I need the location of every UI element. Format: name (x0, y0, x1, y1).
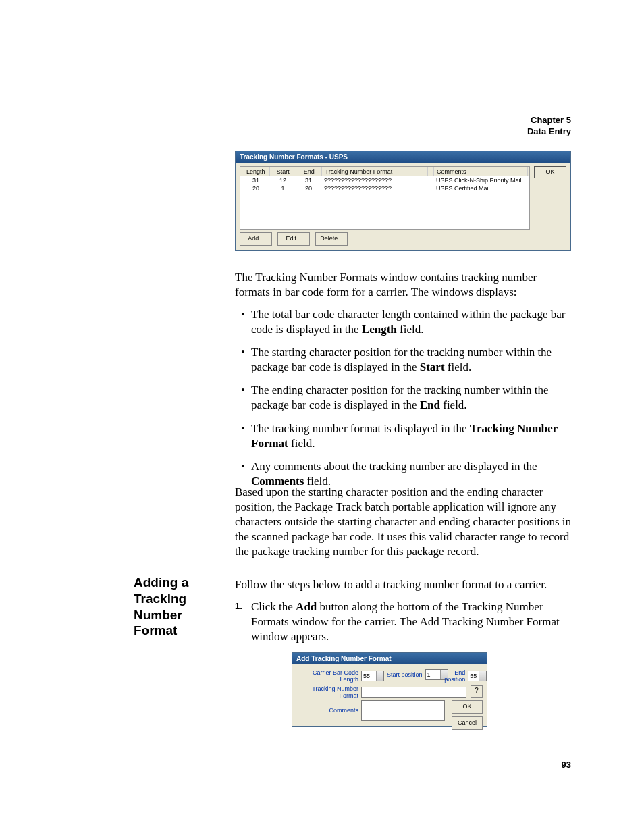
bullet-icon: • (235, 307, 251, 337)
cell-comments: USPS Certified Mail (433, 184, 528, 192)
dialog-cancel-button[interactable]: Cancel (452, 716, 483, 730)
list-item: • The starting character position for th… (235, 345, 571, 375)
explanation-paragraph: Based upon the starting character positi… (235, 485, 571, 559)
comments-label: Comments (296, 707, 358, 714)
add-tracking-format-window: Add Tracking Number Format Carrier Bar C… (292, 652, 487, 727)
delete-button[interactable]: Delete... (315, 232, 348, 246)
cell-format: ???????????????????? (321, 184, 428, 192)
cell-length: 20 (242, 184, 270, 192)
page-number: 93 (562, 760, 571, 770)
dialog-title: Add Tracking Number Format (292, 653, 487, 664)
edit-button[interactable]: Edit... (277, 232, 310, 246)
dialog-ok-button[interactable]: OK (452, 700, 483, 714)
col-header-start[interactable]: Start (270, 167, 296, 176)
tracking-format-label: Tracking Number Format (296, 685, 358, 699)
table-row[interactable]: 31 12 31 ???????????????????? USPS Click… (240, 176, 529, 184)
barcode-length-input[interactable]: 55 (361, 671, 384, 681)
cell-end: 31 (296, 176, 321, 184)
chapter-title: Data Entry (527, 126, 571, 138)
end-position-input[interactable]: 55 (468, 671, 487, 681)
cell-start: 12 (270, 176, 296, 184)
help-button[interactable]: ? (471, 685, 483, 698)
cell-format: ???????????????????? (321, 176, 428, 184)
steps-list: 1. Click the Add button along the bottom… (235, 600, 571, 644)
bullet-icon: • (235, 345, 251, 375)
page-header: Chapter 5 Data Entry (527, 115, 571, 138)
bullet-icon: • (235, 421, 251, 451)
list-item: • The tracking number format is displaye… (235, 421, 571, 451)
field-descriptions-list: • The total bar code character length co… (235, 307, 571, 497)
col-header-format[interactable]: Tracking Number Format (322, 167, 428, 176)
tracking-formats-window: Tracking Number Formats - USPS Length St… (235, 151, 571, 251)
table-row[interactable]: 20 1 20 ???????????????????? USPS Certif… (240, 184, 529, 192)
tracking-format-input[interactable] (361, 687, 466, 698)
col-header-end[interactable]: End (296, 167, 323, 176)
step-number: 1. (235, 600, 251, 644)
chapter-label: Chapter 5 (527, 115, 571, 126)
cell-end: 20 (296, 184, 321, 192)
intro-paragraph: The Tracking Number Formats window conta… (235, 270, 571, 300)
add-button[interactable]: Add... (240, 232, 272, 246)
step-item: 1. Click the Add button along the bottom… (235, 600, 571, 644)
bullet-icon: • (235, 383, 251, 413)
barcode-length-label: Carrier Bar Code Length (296, 669, 358, 683)
button-row: Add... Edit... Delete... (240, 232, 348, 246)
end-position-label: End position (439, 669, 465, 683)
ok-button[interactable]: OK (534, 166, 566, 178)
list-item: • The total bar code character length co… (235, 307, 571, 337)
cell-length: 31 (242, 176, 270, 184)
window-title: Tracking Number Formats - USPS (236, 151, 570, 163)
start-position-label: Start position (387, 671, 423, 678)
formats-list[interactable]: Length Start End Tracking Number Format … (240, 166, 530, 230)
col-header-comments[interactable]: Comments (434, 167, 528, 176)
cell-comments: USPS Click-N-Ship Priority Mail (433, 176, 528, 184)
section-heading: Adding a Tracking Number Format (134, 575, 221, 639)
col-header-length[interactable]: Length (242, 167, 270, 176)
list-item: • The ending character position for the … (235, 383, 571, 413)
comments-input[interactable] (361, 700, 445, 721)
list-header: Length Start End Tracking Number Format … (240, 167, 529, 176)
steps-intro: Follow the steps below to add a tracking… (235, 577, 571, 592)
cell-start: 1 (270, 184, 296, 192)
